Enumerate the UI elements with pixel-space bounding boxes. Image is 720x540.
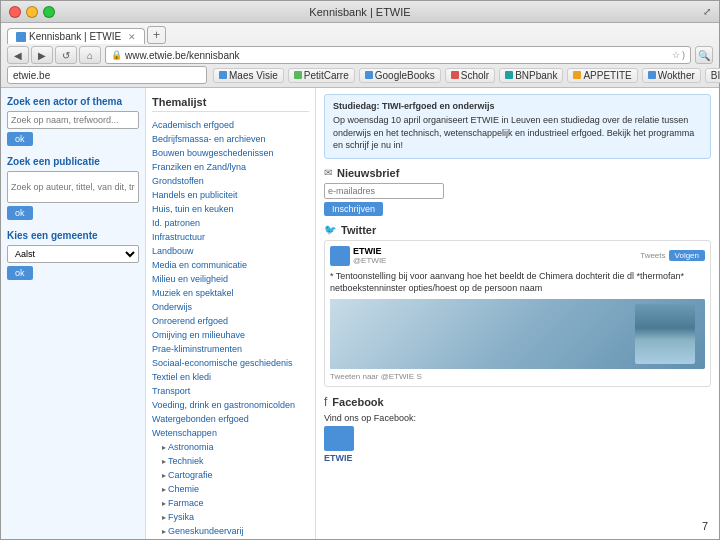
- sub-arrow-icon: ▸: [162, 457, 166, 466]
- tab-bar: Kennisbank | ETWIE ✕ +: [7, 26, 713, 44]
- actor-search-button[interactable]: ok: [7, 132, 33, 146]
- sub-item-geneeskunde[interactable]: Geneskundeervarij: [168, 524, 244, 538]
- theme-item-academisch[interactable]: Academisch erfgoed: [152, 118, 309, 132]
- bookmark-label: APPETITE: [583, 70, 631, 81]
- sub-item-farmace[interactable]: Farmace: [168, 496, 204, 510]
- browser-toolbar: Kennisbank | ETWIE ✕ + ◀ ▶ ↺ ⌂ 🔒 www.etw…: [1, 23, 719, 88]
- theme-item-handels[interactable]: Handels en publiciteit: [152, 188, 309, 202]
- theme-item-transport[interactable]: Transport: [152, 384, 309, 398]
- wetenschappen-sub-wetenschapsgesch[interactable]: ▸ Wetenschapsgeschiedenijk: [152, 538, 309, 539]
- theme-item-huis[interactable]: Huis, tuin en keuken: [152, 202, 309, 216]
- bookmark-maesvisie[interactable]: Maes Visie: [213, 68, 284, 83]
- bookmark-wokther[interactable]: Wokther: [642, 68, 701, 83]
- theme-item-media[interactable]: Media en communicatie: [152, 258, 309, 272]
- wetenschappen-sub-fysika[interactable]: ▸ Fysika: [152, 510, 309, 524]
- wetenschappen-sub-astronomia[interactable]: ▸ Astronomia: [152, 440, 309, 454]
- municipality-select[interactable]: Aalst: [7, 245, 139, 263]
- theme-item-grondstoffen[interactable]: Grondstoffen: [152, 174, 309, 188]
- theme-item-franziken[interactable]: Franziken en Zand/lyna: [152, 160, 309, 174]
- theme-item-omijving[interactable]: Omijving en milieuhave: [152, 328, 309, 342]
- theme-item-onroerend[interactable]: Onroerend erfgoed: [152, 314, 309, 328]
- twitter-box: ETWIE @ETWIE Tweets Volgen * Tentoonstel…: [324, 240, 711, 387]
- actor-search-title: Zoek een actor of thema: [7, 96, 139, 107]
- wetenschappen-sub-farmace[interactable]: ▸ Farmace: [152, 496, 309, 510]
- bookmark-label: BIBVUB: [711, 70, 720, 81]
- facebook-page-name[interactable]: ETWIE: [324, 453, 711, 463]
- sub-arrow-icon: ▸: [162, 471, 166, 480]
- newsletter-header: ✉ Nieuwsbrief: [324, 167, 711, 179]
- theme-item-landbouw[interactable]: Landbouw: [152, 244, 309, 258]
- news-text: Op woensdag 10 april organiseert ETWIE i…: [333, 114, 702, 152]
- bookmark-label: Maes Visie: [229, 70, 278, 81]
- facebook-header: f Facebook: [324, 395, 711, 409]
- bookmark-favicon: [294, 71, 302, 79]
- follow-button[interactable]: Volgen: [669, 250, 705, 261]
- back-button[interactable]: ◀: [7, 46, 29, 64]
- theme-item-milieu[interactable]: Milieu en veiligheid: [152, 272, 309, 286]
- secondary-address-bar[interactable]: etwie.be: [7, 66, 207, 84]
- sub-item-chemie[interactable]: Chemie: [168, 482, 199, 496]
- wetenschappen-sub-chemie[interactable]: ▸ Chemie: [152, 482, 309, 496]
- bookmark-favicon: [648, 71, 656, 79]
- wetenschappen-sub-geneeskunde[interactable]: ▸ Geneskundeervarij: [152, 524, 309, 538]
- facebook-avatar: [324, 426, 354, 451]
- bookmark-star-icon[interactable]: ☆: [672, 50, 680, 60]
- title-bar: Kennisbank | ETWIE ⤢: [1, 1, 719, 23]
- address-bar[interactable]: 🔒 www.etwie.be/kennisbank ☆ ): [105, 46, 691, 64]
- publication-search-box: Zoek een publicatie ok: [7, 156, 139, 220]
- publication-search-button[interactable]: ok: [7, 206, 33, 220]
- sub-item-astronomia[interactable]: Astronomia: [168, 440, 214, 454]
- newsletter-email-input[interactable]: [324, 183, 444, 199]
- sub-item-wetenschapsgesch[interactable]: Wetenschapsgeschiedenijk: [168, 538, 277, 539]
- municipality-button[interactable]: ok: [7, 266, 33, 280]
- theme-item-bouwen[interactable]: Bouwen bouwgeschedenissen: [152, 146, 309, 160]
- refresh-button[interactable]: ↺: [55, 46, 77, 64]
- bookmark-bnpbank[interactable]: BNPbank: [499, 68, 563, 83]
- tweet-caption: Tweeten naar @ETWIE S: [330, 372, 705, 381]
- theme-item-textiel[interactable]: Textiel en kledi: [152, 370, 309, 384]
- tab-close-icon[interactable]: ✕: [128, 32, 136, 42]
- active-tab[interactable]: Kennisbank | ETWIE ✕: [7, 28, 145, 44]
- search-button[interactable]: 🔍: [695, 46, 713, 64]
- publication-search-input[interactable]: [7, 171, 139, 203]
- rss-icon[interactable]: ): [682, 50, 685, 60]
- theme-item-prae[interactable]: Prae-kliminstrumenten: [152, 342, 309, 356]
- sub-item-fysika[interactable]: Fysika: [168, 510, 194, 524]
- theme-item-wetenschappen[interactable]: Wetenschappen: [152, 426, 309, 440]
- bookmark-appetite[interactable]: APPETITE: [567, 68, 637, 83]
- theme-item-onderwijs[interactable]: Onderwijs: [152, 300, 309, 314]
- window-controls: [9, 6, 55, 18]
- tweet-header: ETWIE @ETWIE Tweets Volgen: [330, 246, 705, 266]
- theme-item-infra[interactable]: Infrastructuur: [152, 230, 309, 244]
- wetenschappen-sub-cartografie[interactable]: ▸ Cartografie: [152, 468, 309, 482]
- bookmark-petitcarre[interactable]: PetitCarre: [288, 68, 355, 83]
- subscribe-button[interactable]: Inschrijven: [324, 202, 383, 216]
- sub-item-techniek[interactable]: Techniek: [168, 454, 204, 468]
- theme-item-idpatronen[interactable]: Id. patronen: [152, 216, 309, 230]
- wetenschappen-sub-techniek[interactable]: ▸ Techniek: [152, 454, 309, 468]
- new-tab-button[interactable]: +: [147, 26, 166, 44]
- bookmark-scholr[interactable]: Scholr: [445, 68, 495, 83]
- tweet-actions: Tweets Volgen: [640, 250, 705, 261]
- home-button[interactable]: ⌂: [79, 46, 101, 64]
- sub-item-cartografie[interactable]: Cartografie: [168, 468, 213, 482]
- bookmark-bibvub[interactable]: BIBVUB: [705, 68, 720, 83]
- close-button[interactable]: [9, 6, 21, 18]
- news-box: Studiedag: TIWI-erfgoed en onderwijs Op …: [324, 94, 711, 159]
- theme-item-bedrijfs[interactable]: Bedrijfsmassa- en archieven: [152, 132, 309, 146]
- forward-button[interactable]: ▶: [31, 46, 53, 64]
- twitter-icon: 🐦: [324, 224, 336, 235]
- bookmark-googlebooks[interactable]: GoogleBooks: [359, 68, 441, 83]
- theme-list-title: Themalijst: [152, 96, 309, 112]
- twitter-title: Twitter: [341, 224, 376, 236]
- tab-favicon: [16, 32, 26, 42]
- bookmarks-bar: Maes Visie PetitCarre GoogleBooks Scholr…: [211, 68, 720, 83]
- expand-icon[interactable]: ⤢: [703, 6, 711, 17]
- theme-item-sociaal[interactable]: Sociaal-economische geschiedenis: [152, 356, 309, 370]
- theme-item-muziek[interactable]: Muziek en spektakel: [152, 286, 309, 300]
- minimize-button[interactable]: [26, 6, 38, 18]
- theme-item-voeding[interactable]: Voeding, drink en gastronomicolden: [152, 398, 309, 412]
- maximize-button[interactable]: [43, 6, 55, 18]
- theme-item-water[interactable]: Watergebonden erfgoed: [152, 412, 309, 426]
- actor-search-input[interactable]: [7, 111, 139, 129]
